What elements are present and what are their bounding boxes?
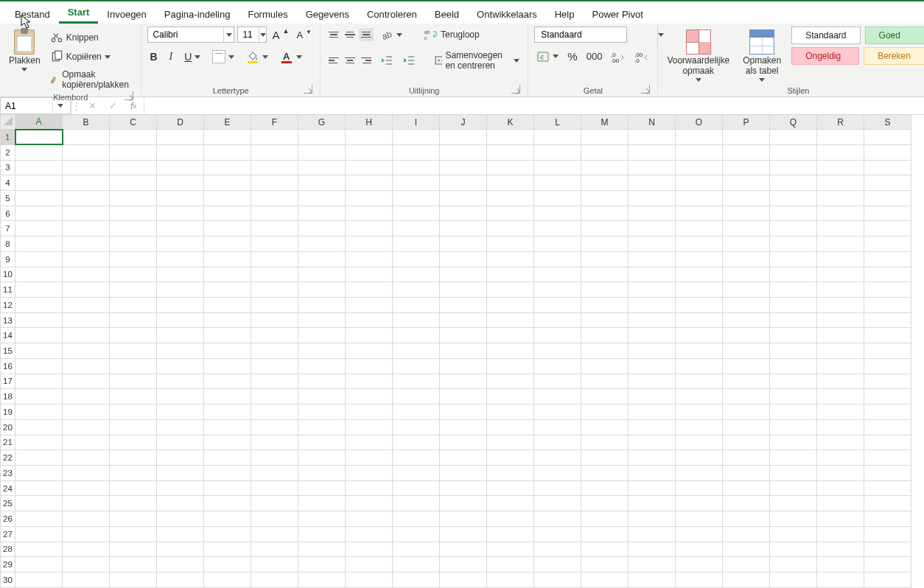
cell-M11[interactable] xyxy=(581,282,629,298)
cell-O4[interactable] xyxy=(676,175,723,191)
cell-R11[interactable] xyxy=(817,282,864,298)
column-header-I[interactable]: I xyxy=(393,115,440,130)
cell-K21[interactable] xyxy=(487,435,534,450)
cell-F19[interactable] xyxy=(251,405,298,420)
cell-E13[interactable] xyxy=(204,312,251,328)
cell-F5[interactable] xyxy=(251,191,298,206)
cell-C2[interactable] xyxy=(110,144,157,160)
cell-K30[interactable] xyxy=(487,572,534,587)
cell-R23[interactable] xyxy=(817,465,864,480)
cell-A11[interactable] xyxy=(15,282,63,298)
cell-N23[interactable] xyxy=(629,465,676,480)
cell-Q26[interactable] xyxy=(770,511,817,527)
cell-S13[interactable] xyxy=(864,312,911,328)
cell-M16[interactable] xyxy=(581,358,629,374)
align-bottom-button[interactable] xyxy=(359,28,374,41)
cell-E17[interactable] xyxy=(204,374,251,389)
increase-indent-button[interactable] xyxy=(400,53,418,68)
spreadsheet-grid[interactable]: ABCDEFGHIJKLMNOPQRS123456789101112131415… xyxy=(0,115,924,588)
cell-J15[interactable] xyxy=(440,343,487,359)
cell-E11[interactable] xyxy=(204,282,251,298)
cell-F17[interactable] xyxy=(251,374,298,389)
cell-Q30[interactable] xyxy=(770,572,817,587)
comma-format-button[interactable]: 000 xyxy=(584,49,605,63)
cell-S28[interactable] xyxy=(864,542,911,557)
cell-O27[interactable] xyxy=(676,526,723,542)
cell-K14[interactable] xyxy=(487,328,534,343)
cell-Q15[interactable] xyxy=(770,343,817,359)
tab-controleren[interactable]: Controleren xyxy=(358,4,426,24)
cell-M20[interactable] xyxy=(581,419,629,435)
cell-B27[interactable] xyxy=(63,526,110,542)
cell-P12[interactable] xyxy=(723,298,770,313)
cell-C16[interactable] xyxy=(110,358,157,374)
cell-D26[interactable] xyxy=(157,511,204,527)
cell-S2[interactable] xyxy=(864,144,911,160)
cell-D4[interactable] xyxy=(157,175,204,191)
cell-P5[interactable] xyxy=(723,191,770,206)
cell-F1[interactable] xyxy=(251,130,298,145)
cell-L11[interactable] xyxy=(534,282,581,298)
cell-K23[interactable] xyxy=(487,465,534,480)
cell-L20[interactable] xyxy=(534,419,581,435)
cell-L5[interactable] xyxy=(534,191,581,206)
column-header-G[interactable]: G xyxy=(298,115,346,130)
cell-O26[interactable] xyxy=(676,511,723,527)
cell-L23[interactable] xyxy=(534,465,581,480)
cell-I15[interactable] xyxy=(393,343,440,359)
cell-Q21[interactable] xyxy=(770,435,817,450)
cell-O18[interactable] xyxy=(676,389,723,405)
cell-P2[interactable] xyxy=(723,144,770,160)
paste-button[interactable]: Plakken xyxy=(6,27,43,71)
cell-G10[interactable] xyxy=(298,267,346,282)
cell-A17[interactable] xyxy=(15,374,63,389)
cell-Q19[interactable] xyxy=(770,405,817,420)
cell-K19[interactable] xyxy=(487,405,534,420)
cell-G21[interactable] xyxy=(298,435,346,450)
align-middle-button[interactable] xyxy=(343,28,357,41)
cell-O1[interactable] xyxy=(676,130,723,145)
column-header-L[interactable]: L xyxy=(534,115,581,130)
cell-C17[interactable] xyxy=(110,374,157,389)
cell-B9[interactable] xyxy=(63,251,110,267)
cell-Q27[interactable] xyxy=(770,526,817,542)
cell-L10[interactable] xyxy=(534,267,581,282)
cell-E15[interactable] xyxy=(204,343,251,359)
row-header-19[interactable]: 19 xyxy=(1,405,15,420)
copy-button[interactable]: Kopiëren xyxy=(48,49,113,65)
cell-I10[interactable] xyxy=(393,267,440,282)
row-header-22[interactable]: 22 xyxy=(1,450,15,466)
cell-P7[interactable] xyxy=(723,221,770,237)
cell-S6[interactable] xyxy=(864,206,911,221)
cell-Q25[interactable] xyxy=(770,496,817,511)
cell-G26[interactable] xyxy=(298,511,346,527)
row-header-29[interactable]: 29 xyxy=(1,557,15,573)
cell-C23[interactable] xyxy=(110,465,157,480)
cell-N29[interactable] xyxy=(629,557,676,573)
cell-E3[interactable] xyxy=(204,160,251,175)
cell-C27[interactable] xyxy=(110,526,157,542)
cell-J6[interactable] xyxy=(440,206,487,221)
cell-H22[interactable] xyxy=(346,450,393,466)
percent-format-button[interactable]: % xyxy=(565,49,579,64)
cell-O13[interactable] xyxy=(676,312,723,328)
cell-N26[interactable] xyxy=(629,511,676,527)
cell-K26[interactable] xyxy=(487,511,534,527)
cell-S20[interactable] xyxy=(864,419,911,435)
cell-B22[interactable] xyxy=(63,450,110,466)
cell-D18[interactable] xyxy=(157,389,204,405)
cell-G11[interactable] xyxy=(298,282,346,298)
cell-D27[interactable] xyxy=(157,526,204,542)
cell-G22[interactable] xyxy=(298,450,346,466)
cell-O23[interactable] xyxy=(676,465,723,480)
cell-S26[interactable] xyxy=(864,511,911,527)
cell-L21[interactable] xyxy=(534,435,581,450)
cell-D20[interactable] xyxy=(157,419,204,435)
cell-I28[interactable] xyxy=(393,542,440,557)
cell-M26[interactable] xyxy=(581,511,629,527)
cell-F24[interactable] xyxy=(251,480,298,496)
cell-A10[interactable] xyxy=(15,267,63,282)
cell-R9[interactable] xyxy=(817,251,864,267)
cell-K16[interactable] xyxy=(487,358,534,374)
cell-R5[interactable] xyxy=(817,191,864,206)
